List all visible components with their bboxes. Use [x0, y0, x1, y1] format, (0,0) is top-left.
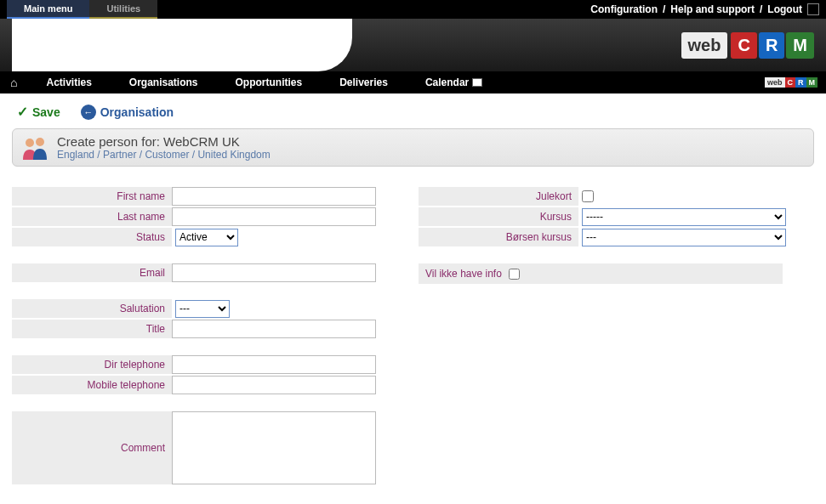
navbar: ⌂ Activities Organisations Opportunities… [0, 71, 826, 93]
salutation-select[interactable]: --- [175, 300, 230, 318]
people-icon [21, 136, 48, 160]
form-col-right: Julekort Kursus ----- Børsen kursus --- … [419, 187, 786, 484]
label-comment: Comment [12, 411, 172, 484]
status-select[interactable]: Active [175, 229, 238, 246]
mini-logo: web C R M [765, 77, 817, 88]
calendar-icon [472, 78, 482, 87]
form-col-left: First name Last name Status Active Email… [12, 187, 376, 484]
julekort-checkbox[interactable] [582, 190, 594, 202]
label-first-name: First name [12, 187, 172, 206]
label-julekort: Julekort [419, 187, 578, 206]
nav-left: ⌂ Activities Organisations Opportunities… [0, 71, 501, 93]
vil-ikke-row: Vil ikke have info [419, 263, 783, 284]
page-header: Create person for: WebCRM UK England / P… [12, 128, 814, 167]
logo-m: M [786, 32, 814, 59]
nav-activities[interactable]: Activities [27, 71, 110, 93]
check-icon: ✓ [17, 104, 28, 120]
organisation-label: Organisation [100, 105, 174, 119]
nav-deliveries[interactable]: Deliveries [321, 71, 407, 93]
home-icon[interactable]: ⌂ [0, 76, 27, 89]
email-input[interactable] [172, 263, 376, 282]
save-label: Save [32, 105, 60, 119]
label-mob-tel: Mobile telephone [12, 376, 172, 394]
dir-tel-input[interactable] [172, 355, 376, 374]
mob-tel-input[interactable] [172, 376, 376, 394]
header-text: Create person for: WebCRM UK England / P… [57, 134, 271, 161]
back-arrow-icon: ← [81, 105, 96, 120]
link-help[interactable]: Help and support [670, 3, 755, 15]
label-dir-tel: Dir telephone [12, 355, 172, 374]
tab-utilities[interactable]: Utilities [89, 0, 157, 19]
label-last-name: Last name [12, 207, 172, 226]
nav-organisations[interactable]: Organisations [111, 71, 217, 93]
banner: web C R M [0, 19, 826, 71]
organisation-button[interactable]: ← Organisation [81, 105, 174, 120]
form-columns: First name Last name Status Active Email… [12, 187, 814, 484]
vil-ikke-checkbox[interactable] [509, 269, 520, 280]
title-input[interactable] [172, 320, 376, 338]
first-name-input[interactable] [172, 187, 376, 206]
label-email: Email [12, 263, 172, 282]
tab-main-menu[interactable]: Main menu [7, 0, 89, 19]
banner-left-shape [12, 19, 352, 71]
logo-web: web [681, 32, 728, 59]
label-kursus: Kursus [419, 207, 578, 226]
svg-point-0 [26, 139, 34, 147]
logo-c: C [731, 32, 756, 59]
logo: web C R M [681, 32, 814, 59]
label-title: Title [12, 320, 172, 338]
comment-textarea[interactable] [172, 411, 376, 484]
link-logout[interactable]: Logout [767, 3, 802, 15]
topbar-left: Main menu Utilities [7, 0, 157, 19]
breadcrumb: England / Partner / Customer / United Ki… [57, 149, 271, 161]
nav-calendar[interactable]: Calendar [407, 71, 501, 93]
topbar: Main menu Utilities Configuration / Help… [0, 0, 826, 19]
topbar-right: Configuration / Help and support / Logou… [590, 3, 819, 15]
page-title: Create person for: WebCRM UK [57, 134, 271, 149]
kursus-select[interactable]: ----- [582, 208, 786, 226]
svg-point-1 [36, 138, 44, 146]
label-borsen: Børsen kursus [419, 228, 578, 246]
label-vil-ikke: Vil ikke have info [425, 268, 502, 280]
label-status: Status [12, 228, 172, 246]
logo-r: R [759, 32, 784, 59]
borsen-select[interactable]: --- [582, 229, 786, 246]
nav-opportunities[interactable]: Opportunities [217, 71, 322, 93]
content: ✓ Save ← Organisation Create person for:… [0, 93, 826, 495]
last-name-input[interactable] [172, 207, 376, 226]
action-row: ✓ Save ← Organisation [12, 104, 814, 120]
logout-icon[interactable] [807, 3, 819, 15]
label-salutation: Salutation [12, 299, 172, 318]
save-button[interactable]: ✓ Save [17, 104, 60, 120]
link-configuration[interactable]: Configuration [590, 3, 658, 15]
